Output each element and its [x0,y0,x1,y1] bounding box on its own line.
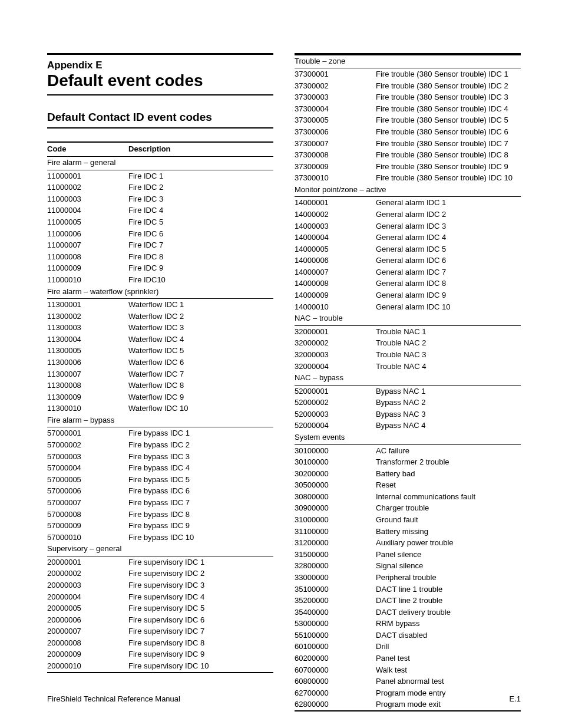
description-cell: Transformer 2 trouble [376,456,521,468]
section-heading: Monitor point/zone – active [295,184,521,197]
code-cell: 20000002 [47,568,128,579]
description-cell: Fire supervisory IDC 8 [128,637,273,649]
description-cell: Fire trouble (380 Sensor trouble) IDC 6 [376,126,521,138]
table-row: 14000002General alarm IDC 2 [295,209,521,220]
code-cell: 60700000 [295,664,376,676]
table-row: 11300004Waterflow IDC 4 [47,334,273,345]
appendix-label: Appendix E [47,60,273,71]
code-cell: 11300005 [47,345,128,357]
table-row: 11300007Waterflow IDC 7 [47,368,273,380]
description-cell: Waterflow IDC 4 [128,334,273,345]
table-row: 37300010Fire trouble (380 Sensor trouble… [295,172,521,184]
code-cell: 11300009 [47,391,128,403]
code-cell: 31200000 [295,537,376,549]
description-cell: Fire bypass IDC 5 [128,474,273,486]
description-cell: Fire supervisory IDC 4 [128,591,273,603]
code-cell: 37300002 [295,80,376,92]
code-cell: 11000002 [47,182,128,193]
code-cell: 31100000 [295,526,376,538]
description-cell: Fire supervisory IDC 6 [128,614,273,626]
description-cell: Trouble NAC 4 [376,361,521,373]
code-cell: 57000006 [47,485,128,497]
table-row: 52000003Bypass NAC 3 [295,409,521,420]
table-row: 60700000Walk test [295,664,521,676]
description-cell: General alarm IDC 5 [376,243,521,255]
description-cell: General alarm IDC 10 [376,301,521,313]
table-row: 30200000Battery bad [295,468,521,480]
code-cell: 11000003 [47,193,128,205]
code-cell: 14000003 [295,220,376,232]
table-row: 20000006Fire supervisory IDC 6 [47,614,273,626]
code-cell: 20000007 [47,625,128,637]
description-cell: General alarm IDC 2 [376,209,521,220]
code-cell: 14000001 [295,197,376,209]
code-cell: 57000008 [47,509,128,521]
code-cell: 11300002 [47,311,128,322]
code-cell: 60200000 [295,653,376,664]
code-cell: 11300010 [47,403,128,414]
code-cell: 32000001 [295,325,376,337]
table-row: 30100000AC failure [295,444,521,456]
table-row: 30800000Internal communications fault [295,491,521,503]
description-cell: DACT line 2 trouble [376,595,521,607]
table-row: 32000002Trouble NAC 2 [295,337,521,349]
code-cell: 37300001 [295,68,376,80]
table-row: 30500000Reset [295,479,521,491]
code-cell: 32000002 [295,337,376,349]
description-cell: Signal silence [376,560,521,572]
th-description: Description [128,142,273,157]
description-cell: DACT delivery trouble [376,607,521,618]
description-cell: Fire trouble (380 Sensor trouble) IDC 3 [376,91,521,103]
description-cell: Fire supervisory IDC 9 [128,648,273,660]
table-row: 57000008Fire bypass IDC 8 [47,509,273,521]
description-cell: Auxiliary power trouble [376,537,521,549]
table-row: 31000000Ground fault [295,514,521,526]
code-cell: 20000001 [47,556,128,568]
table-row: 35200000DACT line 2 trouble [295,595,521,607]
description-cell: Waterflow IDC 10 [128,403,273,414]
description-cell: Fire bypass IDC 10 [128,532,273,543]
description-cell: Fire bypass IDC 6 [128,485,273,497]
table-row: 60800000Panel abnormal test [295,676,521,687]
table-row: 57000002Fire bypass IDC 2 [47,439,273,451]
section-heading-cell: System events [295,431,521,444]
description-cell: Battery bad [376,468,521,480]
description-cell: Ground fault [376,514,521,526]
table-row: 37300008Fire trouble (380 Sensor trouble… [295,149,521,161]
description-cell: Fire supervisory IDC 7 [128,625,273,637]
description-cell: DACT disabled [376,630,521,641]
description-cell: DACT line 1 trouble [376,584,521,595]
table-row: 11000005Fire IDC 5 [47,216,273,228]
description-cell: Charger trouble [376,502,521,514]
description-cell: Fire trouble (380 Sensor trouble) IDC 2 [376,80,521,92]
description-cell: Walk test [376,664,521,676]
columns: Appendix E Default event codes Default C… [47,53,521,711]
code-cell: 32800000 [295,560,376,572]
section-heading-cell: NAC – bypass [295,372,521,385]
table-row: 14000009General alarm IDC 9 [295,289,521,301]
code-cell: 57000009 [47,520,128,532]
section-heading: System events [295,431,521,444]
table-row: 52000004Bypass NAC 4 [295,420,521,431]
description-cell: Panel test [376,653,521,664]
code-cell: 37300009 [295,161,376,173]
description-cell: Battery missing [376,526,521,538]
table-row: 11000009Fire IDC 9 [47,262,273,274]
table-row: 11000006Fire IDC 6 [47,228,273,240]
th-code: Code [47,142,128,157]
code-cell: 11300001 [47,299,128,311]
description-cell: Fire supervisory IDC 3 [128,579,273,591]
description-cell: Bypass NAC 3 [376,409,521,420]
table-row: 57000006Fire bypass IDC 6 [47,485,273,497]
table-row: 32800000Signal silence [295,560,521,572]
table-row: 11300003Waterflow IDC 3 [47,322,273,334]
table-row: 35400000DACT delivery trouble [295,607,521,618]
table-row: 31200000Auxiliary power trouble [295,537,521,549]
table-row: 32000003Trouble NAC 3 [295,349,521,361]
description-cell: AC failure [376,444,521,456]
table-row: 32000004Trouble NAC 4 [295,361,521,373]
code-cell: 35400000 [295,607,376,618]
table-row: 37300001Fire trouble (380 Sensor trouble… [295,68,521,80]
description-cell: Fire IDC 1 [128,170,273,182]
table-row: 57000003Fire bypass IDC 3 [47,451,273,463]
